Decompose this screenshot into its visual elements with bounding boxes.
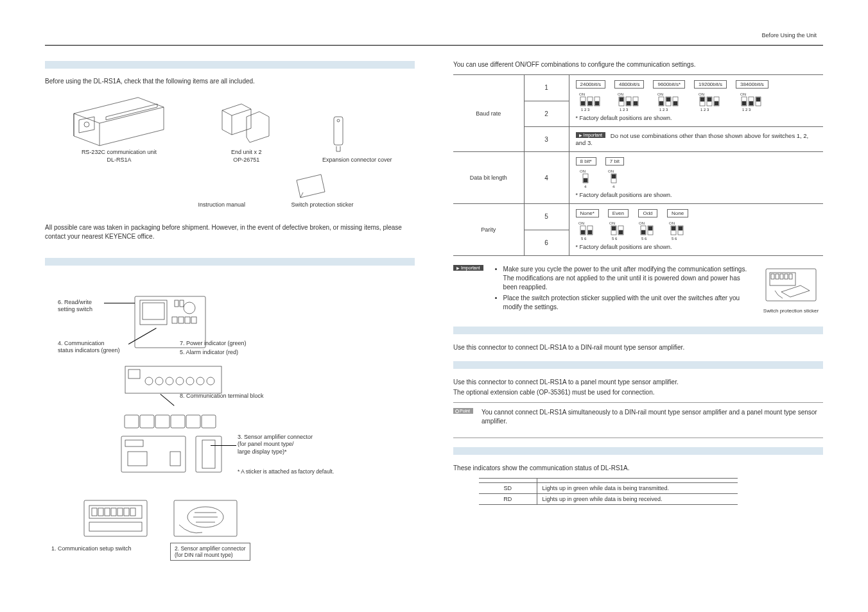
end-unit-caption-2: OP-26751 xyxy=(233,157,259,163)
svg-point-18 xyxy=(176,377,184,385)
svg-text:4: 4 xyxy=(584,185,587,189)
svg-text:5  6: 5 6 xyxy=(612,237,618,241)
svg-rect-124 xyxy=(789,274,792,279)
svg-rect-29 xyxy=(125,440,143,446)
dip1-icon: ON4 xyxy=(607,167,622,189)
svg-point-15 xyxy=(145,377,153,385)
svg-rect-26 xyxy=(186,415,200,428)
svg-text:1  2  3: 1 2 3 xyxy=(620,108,629,112)
parity-label-1: Even xyxy=(608,209,629,217)
part-names-figure: 6. Read/writesetting switch 4. Communica… xyxy=(45,291,415,567)
svg-point-0 xyxy=(84,122,89,127)
front-side-drawing-icon xyxy=(119,432,228,477)
svg-rect-88 xyxy=(584,178,587,182)
svg-rect-52 xyxy=(595,101,599,105)
factory-note-parity: * Factory default positions are shown. xyxy=(576,244,817,250)
svg-text:ON: ON xyxy=(657,92,663,96)
point-text: You cannot connect DL-RS1A simultaneousl… xyxy=(482,408,823,426)
section-bar-din xyxy=(453,327,823,334)
svg-rect-56 xyxy=(620,98,623,101)
svg-rect-8 xyxy=(172,317,177,323)
ind-desc-0: Lights up in green while data is being t… xyxy=(537,483,738,494)
svg-text:5  6: 5 6 xyxy=(641,237,647,241)
section-bar-names xyxy=(45,258,415,266)
svg-rect-76 xyxy=(715,101,718,105)
dip3-icon: ON1 2 3 xyxy=(697,90,723,112)
dip1-icon: ON4 xyxy=(578,167,594,189)
svg-text:4: 4 xyxy=(612,185,615,189)
connector-cover-caption: Expansion connector cover xyxy=(322,157,392,164)
parity-label-0: None* xyxy=(576,209,599,217)
svg-text:ON: ON xyxy=(669,221,675,225)
indicator-table: SDLights up in green while data is being… xyxy=(479,478,738,505)
left-column: Before using the DL-RS1A, check that the… xyxy=(45,61,415,567)
databit-label-1: 7 bit xyxy=(605,157,624,166)
dip2-icon: ON5 6 xyxy=(638,219,658,241)
ind-desc-1: Lights up in green while data is being r… xyxy=(537,494,738,505)
switch-num-5: 5 xyxy=(524,204,569,230)
svg-rect-32 xyxy=(196,436,221,472)
svg-rect-84 xyxy=(756,98,760,101)
separator xyxy=(453,402,823,403)
svg-rect-80 xyxy=(742,101,746,105)
annotation-4: 4. Communicationstatus indicators (green… xyxy=(58,340,120,355)
baud-label-1: 4800bit/s xyxy=(614,80,644,89)
baud-label-2: 9600bit/s* xyxy=(653,80,685,89)
svg-rect-120 xyxy=(771,274,774,279)
param-baud: Baud rate xyxy=(453,75,524,152)
dip-block-drawing-icon xyxy=(80,497,151,541)
annotation-5: 5. Alarm indicator (red) xyxy=(180,349,238,356)
svg-rect-22 xyxy=(125,415,139,428)
package-note: All possible care was taken in packaging… xyxy=(45,223,415,241)
svg-text:5  6: 5 6 xyxy=(672,237,677,241)
baud-label-0: 2400bit/s xyxy=(576,80,605,89)
svg-rect-122 xyxy=(780,274,783,279)
svg-point-16 xyxy=(155,377,163,385)
right-column: You can use different ON/OFF combination… xyxy=(453,61,823,567)
svg-point-5 xyxy=(184,302,195,314)
indicators-intro: These indicators show the communication … xyxy=(453,464,823,473)
svg-rect-68 xyxy=(673,101,677,105)
databit-label-0: 8 bit* xyxy=(576,157,596,166)
svg-rect-4 xyxy=(140,300,167,325)
annotation-6: 6. Read/writesetting switch xyxy=(58,299,92,314)
svg-point-17 xyxy=(166,377,173,385)
svg-rect-24 xyxy=(155,415,169,428)
header-rule xyxy=(45,45,823,46)
comm-unit-caption-1: RS-232C communication unit xyxy=(82,149,157,155)
baud-label-3: 19200bit/s xyxy=(694,80,727,89)
amp-row-drawing-icon xyxy=(123,412,220,431)
svg-rect-98 xyxy=(588,230,592,234)
svg-rect-58 xyxy=(627,101,630,105)
comm-unit-caption-2: DL-RS1A xyxy=(107,157,131,163)
dip-intro: You can use different ON/OFF combination… xyxy=(453,61,823,68)
point-badge: Point xyxy=(453,408,473,414)
dip3-icon: ON1 2 3 xyxy=(578,90,603,112)
svg-rect-11 xyxy=(191,317,196,323)
svg-rect-110 xyxy=(648,226,652,230)
info-bullets: Make sure you cycle the power to the uni… xyxy=(493,265,752,314)
svg-rect-118 xyxy=(766,269,816,301)
svg-rect-116 xyxy=(679,226,682,230)
svg-rect-123 xyxy=(785,274,788,279)
din-connector-text: Use this connector to connect DL-RS1A to… xyxy=(453,343,823,352)
svg-rect-38 xyxy=(105,508,110,516)
svg-rect-74 xyxy=(707,98,711,101)
annotation-3-footnote: * A sticker is attached as factory defau… xyxy=(238,468,334,475)
switch-num-1: 1 xyxy=(524,75,569,101)
thumb-caption: Switch protection sticker xyxy=(759,308,823,314)
page-header: Before Using the Unit xyxy=(761,32,817,38)
svg-point-20 xyxy=(196,377,204,385)
panel-connector-text-2: The optional extension cable (OP-35361) … xyxy=(453,388,823,397)
svg-rect-12 xyxy=(143,303,164,319)
factory-note-baud: * Factory default positions are shown. xyxy=(576,115,817,121)
annotation-2: 2. Sensor amplifier connector(for DIN ra… xyxy=(170,543,250,561)
svg-rect-72 xyxy=(700,98,704,101)
annotation-7: 7. Power indicator (green) xyxy=(180,340,247,347)
param-databit: Data bit length xyxy=(453,152,524,204)
end-unit-icon xyxy=(216,91,277,149)
svg-rect-108 xyxy=(641,230,645,234)
svg-rect-23 xyxy=(140,415,154,428)
ind-name-0: SD xyxy=(479,483,537,494)
svg-text:1  2  3: 1 2 3 xyxy=(742,108,751,112)
